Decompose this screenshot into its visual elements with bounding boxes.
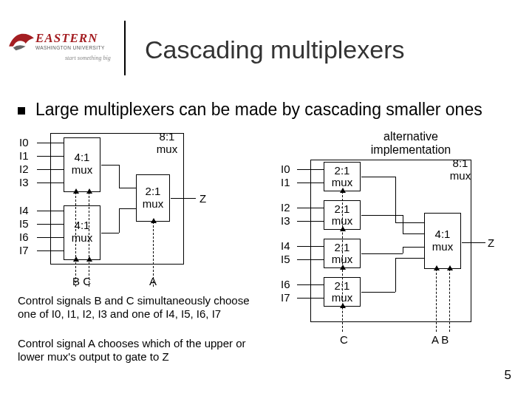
logo-wordmark: EASTERN (35, 31, 98, 46)
logo-tagline: start something big (65, 55, 111, 61)
diagram-left: 8:1 mux I0 I1 I2 I3 I4 I5 I6 I7 4:1 mux … (19, 133, 241, 303)
output-z-right: Z (488, 236, 494, 249)
note-bc: Control signals B and C simultaneously c… (18, 294, 269, 321)
select-ab: A B (432, 333, 449, 346)
logo-subtitle: WASHINGTON UNIVERSITY (35, 45, 105, 50)
slide-title: Cascading multiplexers (145, 35, 405, 64)
mux4-right: 4:1 mux (424, 213, 461, 269)
mux4-bottom: 4:1 mux (64, 205, 100, 260)
bullet-text: Large multiplexers can be made by cascad… (35, 100, 482, 119)
main-bullet: Large multiplexers can be made by cascad… (18, 100, 522, 120)
page-number: 5 (505, 368, 511, 383)
mux8-label-left: 8:1 mux (149, 131, 185, 155)
mux2-left: 2:1 mux (136, 174, 170, 222)
select-a: A (149, 275, 157, 287)
eagle-icon (7, 31, 35, 53)
select-c: C (340, 333, 348, 346)
diagram-right: 8:1 mux I0 I1 I2 I3 I4 I5 I6 I7 2:1 mux … (281, 160, 517, 352)
output-z-left: Z (200, 192, 206, 205)
title-separator (124, 21, 126, 75)
mux8-label-right: 8:1 mux (442, 157, 479, 182)
note-a: Control signal A chooses which of the up… (18, 337, 254, 364)
mux4-top: 4:1 mux (64, 137, 100, 192)
university-logo: EASTERN WASHINGTON UNIVERSITY start some… (7, 31, 118, 72)
bullet-icon (18, 107, 25, 115)
alternative-label: alternative implementation (344, 130, 477, 156)
select-bc: B C (72, 275, 91, 287)
mux2-r0: 2:1 mux (324, 162, 361, 191)
